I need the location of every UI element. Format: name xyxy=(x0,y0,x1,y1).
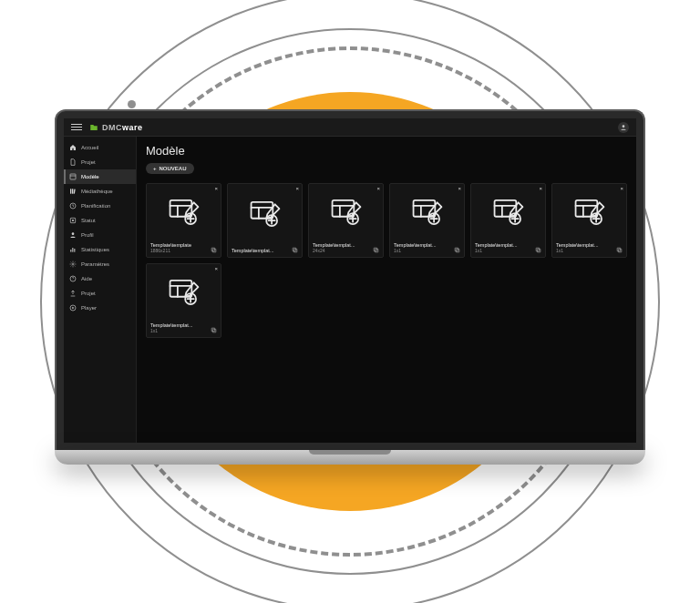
svg-rect-45 xyxy=(537,249,540,252)
svg-rect-34 xyxy=(374,248,377,251)
copy-icon[interactable] xyxy=(616,247,623,253)
sidebar-item-parametres[interactable]: Paramètres xyxy=(64,257,136,271)
copy-icon[interactable] xyxy=(454,247,460,253)
template-card[interactable]: × Template\templat... 1x1 xyxy=(146,263,221,338)
svg-rect-57 xyxy=(212,329,216,332)
new-button-label: NOUVEAU xyxy=(160,166,187,171)
sidebar-item-modele[interactable]: Modèle xyxy=(64,169,136,184)
svg-point-9 xyxy=(72,232,75,235)
template-thumb xyxy=(552,184,626,240)
gear-icon xyxy=(69,261,77,268)
template-thumb xyxy=(390,184,464,240)
file-icon xyxy=(69,158,77,166)
template-card[interactable]: × Template\templat... 1x1 xyxy=(389,183,465,258)
sidebar-item-projet[interactable]: Projet xyxy=(64,155,136,169)
sidebar-item-projet-2[interactable]: Projet xyxy=(64,286,136,301)
template-name: Template\templat... xyxy=(232,248,289,253)
svg-point-13 xyxy=(72,263,74,265)
close-icon[interactable]: × xyxy=(376,186,380,191)
copy-icon[interactable] xyxy=(373,247,379,253)
sidebar-label: Paramètres xyxy=(81,261,109,267)
template-thumb xyxy=(228,184,302,244)
template-dimensions: 1x1 xyxy=(475,248,532,253)
svg-rect-40 xyxy=(455,248,458,251)
close-icon[interactable]: × xyxy=(539,186,542,191)
sidebar-label: Médiathèque xyxy=(81,189,113,194)
template-dimensions: 24x24 xyxy=(313,248,370,253)
play-icon xyxy=(69,304,77,312)
upload-icon xyxy=(69,290,77,297)
svg-point-0 xyxy=(623,125,625,128)
copy-icon[interactable] xyxy=(211,247,217,253)
home-icon xyxy=(69,144,77,151)
sidebar-label: Projet xyxy=(81,291,96,296)
template-card[interactable]: × Template\templat... 1x1 xyxy=(551,183,627,258)
template-thumb xyxy=(147,184,221,240)
svg-rect-22 xyxy=(211,248,215,251)
sidebar-item-player[interactable]: Player xyxy=(64,301,136,315)
svg-text:?: ? xyxy=(72,277,74,281)
svg-rect-46 xyxy=(536,248,540,251)
template-dimensions: 1x1 xyxy=(556,248,613,253)
sidebar-item-mediatheque[interactable]: Médiathèque xyxy=(64,184,136,199)
template-dimensions: 1x1 xyxy=(150,328,208,333)
sidebar-item-accueil[interactable]: Accueil xyxy=(64,140,136,155)
svg-rect-51 xyxy=(618,249,622,252)
svg-rect-10 xyxy=(70,250,71,252)
close-icon[interactable]: × xyxy=(620,186,623,191)
new-template-button[interactable]: + NOUVEAU xyxy=(146,163,194,174)
sidebar-label: Player xyxy=(81,305,97,311)
svg-rect-27 xyxy=(293,249,297,252)
sidebar-item-profil[interactable]: Profil xyxy=(64,228,136,242)
svg-rect-39 xyxy=(456,249,459,252)
help-icon: ? xyxy=(69,275,77,282)
sidebar-label: Planification xyxy=(81,203,110,209)
template-card[interactable]: × Template\template 1886x211 xyxy=(146,183,221,258)
main-content: Modèle + NOUVEAU × Template\template 188… xyxy=(137,137,636,443)
logo: DMCware xyxy=(89,123,143,132)
template-card[interactable]: × Template\templat... xyxy=(227,183,303,258)
template-icon xyxy=(69,173,77,180)
copy-icon[interactable] xyxy=(535,247,541,253)
svg-rect-33 xyxy=(375,249,378,252)
laptop-base xyxy=(55,450,645,465)
svg-rect-3 xyxy=(70,189,71,193)
svg-rect-52 xyxy=(617,248,621,251)
sidebar: Accueil Projet Modèle Médiathèque xyxy=(64,137,137,443)
topbar: DMCware xyxy=(64,118,636,137)
template-card[interactable]: × Template\templat... 24x24 xyxy=(308,183,384,258)
template-card[interactable]: × Template\templat... 1x1 xyxy=(470,183,546,258)
copy-icon[interactable] xyxy=(211,327,217,333)
sidebar-label: Modèle xyxy=(81,174,99,179)
sidebar-item-planification[interactable]: Planification xyxy=(64,199,136,213)
plus-icon: + xyxy=(153,166,157,171)
status-icon xyxy=(69,217,77,224)
svg-rect-11 xyxy=(72,248,73,252)
app-screen: DMCware Accueil Projet xyxy=(64,118,636,443)
sidebar-item-statistiques[interactable]: Statistiques xyxy=(64,242,136,257)
close-icon[interactable]: × xyxy=(295,186,299,191)
svg-rect-21 xyxy=(212,249,216,252)
sidebar-item-statut[interactable]: Statut xyxy=(64,213,136,228)
sidebar-label: Statistiques xyxy=(81,247,109,252)
laptop-frame: DMCware Accueil Projet xyxy=(55,109,645,465)
svg-rect-12 xyxy=(74,249,75,252)
sidebar-label: Aide xyxy=(81,276,92,281)
sidebar-item-aide[interactable]: ? Aide xyxy=(64,271,136,286)
svg-rect-58 xyxy=(211,328,215,332)
close-icon[interactable]: × xyxy=(458,186,461,191)
template-dimensions: 1x1 xyxy=(394,248,451,253)
close-icon[interactable]: × xyxy=(214,266,218,271)
template-thumb xyxy=(147,264,221,320)
close-icon[interactable]: × xyxy=(214,186,218,191)
template-thumb xyxy=(471,184,545,240)
hamburger-menu-icon[interactable] xyxy=(71,122,82,133)
template-grid: × Template\template 1886x211 × Template\… xyxy=(146,183,627,338)
clock-icon xyxy=(69,202,77,210)
template-thumb xyxy=(309,184,383,240)
copy-icon[interactable] xyxy=(292,247,298,253)
template-dimensions: 1886x211 xyxy=(150,248,208,253)
sidebar-label: Statut xyxy=(81,218,96,223)
sidebar-label: Profil xyxy=(81,232,94,238)
account-icon[interactable] xyxy=(618,122,629,133)
